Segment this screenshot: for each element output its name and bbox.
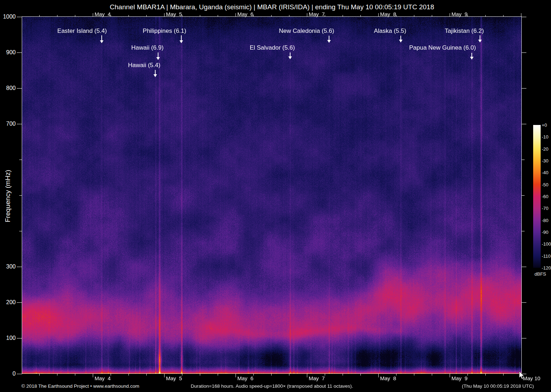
y-tick-right-minor bbox=[522, 160, 525, 160]
event-label: Hawaii (5.4) bbox=[128, 62, 161, 69]
arrow-stem bbox=[155, 70, 156, 74]
x-tick-top bbox=[253, 15, 254, 17]
x-tick-bottom bbox=[39, 374, 40, 376]
x-axis-label-bottom: May 6 bbox=[237, 375, 253, 381]
arrow-head bbox=[399, 40, 403, 42]
x-tick-bottom bbox=[396, 374, 396, 376]
event-arrow-icon bbox=[179, 35, 183, 43]
event-arrow-icon bbox=[470, 53, 474, 60]
x-tick-top bbox=[39, 15, 40, 17]
arrow-head bbox=[478, 40, 482, 42]
x-tick-bottom bbox=[343, 374, 343, 376]
colorbar bbox=[533, 125, 541, 268]
y-axis-label: 700 bbox=[0, 121, 16, 127]
y-tick-left bbox=[17, 338, 22, 338]
x-tick-top bbox=[307, 13, 307, 17]
spectrogram-viewer: Channel MBAR1A | Mbarara, Uganda (seismi… bbox=[0, 0, 551, 392]
spectrogram-canvas bbox=[22, 17, 522, 374]
event-arrow-icon bbox=[100, 35, 104, 43]
colorbar-tick-label: -30 bbox=[542, 158, 549, 164]
colorbar-tick-label: -110 bbox=[542, 253, 551, 258]
x-tick-bottom bbox=[485, 374, 486, 376]
x-tick-bottom bbox=[253, 374, 254, 376]
x-tick-bottom bbox=[146, 374, 147, 376]
y-axis-label: 900 bbox=[0, 49, 16, 56]
colorbar-tick-label: -90 bbox=[542, 230, 549, 235]
x-tick-top bbox=[182, 15, 182, 17]
arrow-stem bbox=[471, 53, 472, 57]
colorbar-tick-label: -50 bbox=[542, 182, 549, 187]
x-tick-top bbox=[521, 13, 521, 17]
x-tick-bottom bbox=[57, 374, 57, 376]
x-axis-label-top: May 9 bbox=[451, 11, 467, 17]
arrow-head bbox=[153, 74, 157, 77]
y-tick-left-minor bbox=[19, 231, 22, 231]
x-axis-label-top: May 4 bbox=[95, 11, 111, 17]
event-arrow-icon bbox=[156, 52, 160, 60]
x-tick-top bbox=[396, 15, 396, 17]
x-tick-bottom bbox=[325, 374, 325, 376]
x-tick-top bbox=[111, 15, 111, 17]
x-tick-top bbox=[432, 15, 432, 17]
event-arrow-icon bbox=[478, 35, 482, 42]
colorbar-tick-label: -100 bbox=[542, 241, 551, 247]
x-tick-top bbox=[93, 13, 93, 17]
colorbar-tick-label: -60 bbox=[542, 194, 549, 199]
y-tick-right bbox=[522, 267, 526, 267]
x-axis-label-top: May 7 bbox=[309, 11, 325, 17]
y-tick-right-minor bbox=[522, 231, 525, 231]
x-tick-top bbox=[218, 15, 218, 17]
footer-timestamp: (Thu May 10 00:05:19 2018 UTC) bbox=[462, 383, 534, 389]
x-axis-label-bottom: May 4 bbox=[95, 375, 111, 381]
y-tick-left-minor bbox=[19, 160, 22, 160]
y-tick-right bbox=[522, 88, 526, 89]
x-tick-top bbox=[343, 15, 343, 17]
x-tick-bottom bbox=[200, 374, 200, 376]
arrow-stem bbox=[400, 36, 401, 40]
x-tick-top bbox=[164, 13, 165, 17]
y-tick-right bbox=[522, 17, 526, 17]
x-tick-top bbox=[75, 15, 75, 17]
x-tick-bottom bbox=[378, 374, 379, 377]
event-label: Tajikistan (6.2) bbox=[445, 27, 484, 35]
x-tick-top bbox=[200, 15, 200, 17]
event-label: Philippines (6.1) bbox=[143, 27, 186, 35]
x-tick-top bbox=[128, 15, 129, 17]
x-tick-top bbox=[414, 15, 414, 17]
x-tick-top bbox=[271, 15, 272, 17]
x-tick-top bbox=[146, 15, 147, 17]
y-axis-label: 1000 bbox=[0, 14, 16, 20]
arrow-stem bbox=[329, 36, 329, 40]
x-tick-top bbox=[236, 13, 236, 17]
event-label: Papua New Guinea (6.0) bbox=[409, 44, 476, 51]
x-tick-bottom bbox=[521, 374, 521, 377]
x-tick-bottom bbox=[271, 374, 272, 376]
colorbar-tick-label: -70 bbox=[542, 206, 549, 211]
x-tick-top bbox=[57, 15, 57, 17]
x-axis-label-top: May 5 bbox=[166, 11, 182, 17]
page-title: Channel MBAR1A | Mbarara, Uganda (seismi… bbox=[22, 3, 522, 11]
y-tick-right bbox=[522, 302, 526, 303]
x-tick-bottom bbox=[218, 374, 218, 376]
event-arrow-icon bbox=[153, 70, 157, 77]
y-tick-left bbox=[17, 52, 22, 53]
event-label: El Salvador (5.6) bbox=[250, 44, 295, 51]
x-tick-bottom bbox=[503, 374, 504, 376]
footer-duration: Duration=168 hours. Audio speed-up=1800×… bbox=[22, 383, 522, 389]
y-tick-right bbox=[522, 374, 526, 374]
y-tick-left bbox=[17, 374, 22, 374]
event-label: Hawaii (6.9) bbox=[131, 44, 164, 51]
x-tick-bottom bbox=[307, 374, 307, 377]
arrow-head bbox=[180, 40, 183, 43]
x-tick-bottom bbox=[432, 374, 432, 376]
x-tick-top bbox=[485, 15, 486, 17]
x-axis-label-bottom: May 8 bbox=[380, 375, 396, 381]
x-tick-top bbox=[467, 15, 468, 17]
colorbar-tick-label: -10 bbox=[542, 134, 549, 140]
x-tick-bottom bbox=[289, 374, 289, 376]
x-tick-bottom bbox=[111, 374, 111, 376]
x-axis-label-bottom: May 10 bbox=[523, 375, 540, 381]
x-tick-top bbox=[450, 13, 450, 17]
y-tick-left bbox=[17, 17, 22, 17]
x-tick-bottom bbox=[360, 374, 361, 376]
